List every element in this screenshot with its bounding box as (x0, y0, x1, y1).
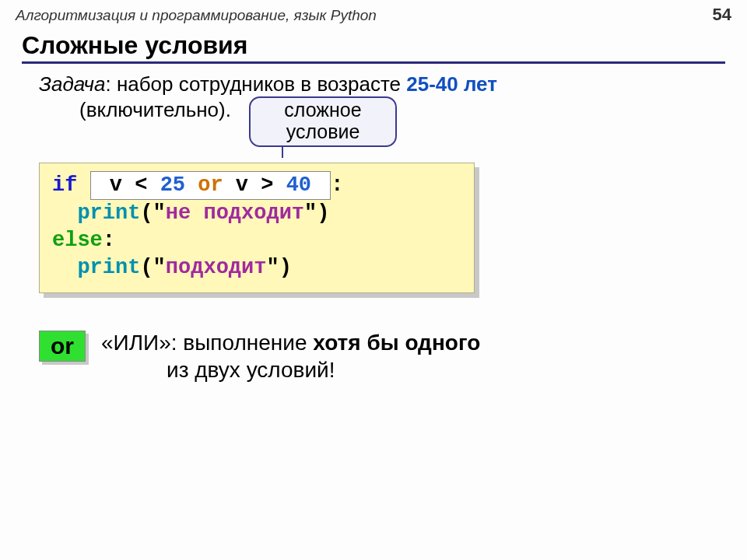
colon-2: : (103, 229, 115, 252)
task-after: (включительно). (79, 97, 721, 123)
string-1: не подходит (166, 201, 304, 225)
callout-bubble: сложное условие (249, 96, 397, 147)
page-number: 54 (713, 5, 731, 25)
code-block: if v < 25 or v > 40 : print("не подходит… (39, 163, 475, 293)
slide-title: Сложные условия (22, 31, 725, 64)
colon-1: : (331, 173, 343, 197)
note-line1-b: хотя бы одного (313, 331, 480, 355)
callout-line1: сложное (284, 99, 361, 121)
cond-pre: v < (97, 173, 160, 197)
paren-close-2: ") (266, 256, 291, 279)
paren-open-2: (" (140, 256, 165, 279)
slide-header: Алгоритмизация и программирование, язык … (0, 0, 747, 26)
note-line2: из двух условий! (167, 356, 480, 383)
kw-if: if (52, 173, 77, 197)
string-2: подходит (166, 256, 267, 279)
kw-else: else (52, 229, 103, 252)
or-badge: or (39, 331, 86, 362)
slide-content: Задача: набор сотрудников в возрасте 25-… (0, 64, 747, 383)
num-25: 25 (160, 173, 185, 197)
task-label: Задача (39, 72, 105, 96)
kw-print-1: print (77, 201, 140, 225)
callout-line2: условие (286, 121, 360, 142)
course-name: Алгоритмизация и программирование, язык … (16, 7, 377, 24)
indent-1 (52, 201, 77, 225)
condition-box: v < 25 or v > 40 (90, 171, 331, 200)
paren-close-1: ") (304, 201, 329, 225)
note-text: «ИЛИ»: выполнение хотя бы одного из двух… (101, 329, 480, 383)
note-row: or «ИЛИ»: выполнение хотя бы одного из д… (39, 329, 721, 383)
task-range: 25-40 лет (406, 72, 497, 96)
kw-print-2: print (77, 256, 140, 279)
note-line1-a: «ИЛИ»: выполнение (101, 331, 313, 355)
paren-open-1: (" (140, 201, 165, 225)
cond-mid: v > (236, 173, 286, 197)
indent-2 (52, 256, 77, 279)
kw-or: or (185, 173, 236, 197)
task-before: : набор сотрудников в возрасте (105, 72, 406, 96)
cond-post (311, 173, 324, 197)
num-40: 40 (286, 173, 311, 197)
